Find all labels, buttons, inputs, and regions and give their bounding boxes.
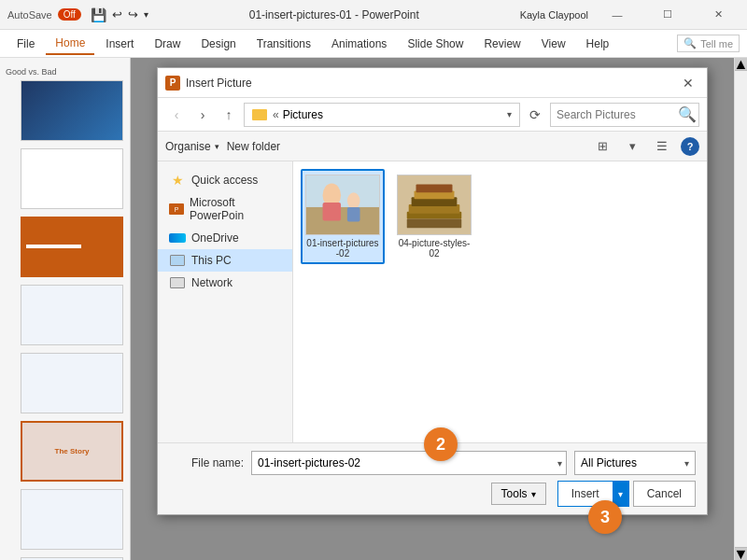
scrollbar-track[interactable]	[735, 71, 747, 547]
filename-dropdown-icon[interactable]: ▾	[554, 458, 566, 469]
content-area: P Insert Picture ✕ ‹ › ↑ « Pictures ▾	[131, 58, 734, 560]
new-folder-button[interactable]: New folder	[227, 140, 280, 153]
slide-thumb-5[interactable]: 5	[4, 351, 126, 415]
pc-icon	[169, 254, 186, 267]
nav-item-network[interactable]: Network	[158, 272, 292, 294]
svg-rect-12	[407, 219, 462, 229]
view-button[interactable]: ⊞	[591, 135, 613, 158]
dialog-toolbar: Organise ▾ New folder ⊞ ▾ ☰ ?	[158, 132, 707, 161]
slide-thumb-7[interactable]: 7	[4, 487, 126, 552]
dialog-icon: P	[165, 76, 180, 91]
tab-transitions[interactable]: Transitions	[247, 34, 320, 54]
left-nav: ★ Quick access P Microsoft PowerPoin	[158, 161, 293, 442]
window-title: 01-insert-pictures-01 - PowerPoint	[148, 8, 520, 21]
slide-thumb-8[interactable]: 8	[4, 555, 126, 560]
file-item-1[interactable]: 01-insert-pictures-02	[301, 169, 385, 264]
nav-item-onedrive[interactable]: OneDrive	[158, 227, 292, 249]
scrollbar-down-button[interactable]: ▼	[735, 547, 747, 560]
slide-2-bg	[21, 149, 122, 208]
section-label: Good vs. Bad	[6, 67, 126, 77]
svg-point-4	[347, 192, 360, 209]
redo-icon[interactable]: ↪	[128, 7, 138, 21]
main-area: Good vs. Bad 1 2 3 4	[0, 58, 747, 560]
slide-3-bg	[22, 218, 121, 275]
dialog-overlay: P Insert Picture ✕ ‹ › ↑ « Pictures ▾	[131, 58, 734, 560]
tab-draw[interactable]: Draw	[145, 34, 190, 54]
view-dropdown-button[interactable]: ▾	[621, 135, 643, 158]
maximize-button[interactable]: ☐	[646, 0, 689, 30]
tell-me-box[interactable]: 🔍 Tell me	[677, 35, 740, 52]
nav-item-this-pc[interactable]: This PC	[158, 249, 292, 272]
right-scrollbar[interactable]: ▲ ▼	[734, 58, 747, 560]
tab-view[interactable]: View	[532, 34, 575, 54]
svg-rect-1	[306, 207, 379, 234]
filename-input[interactable]	[252, 452, 554, 474]
file-area: 01-insert-pictures-02	[293, 161, 707, 442]
filetype-select[interactable]: All Pictures ▾	[574, 451, 696, 475]
forward-button[interactable]: ›	[191, 104, 214, 126]
tab-help[interactable]: Help	[577, 34, 619, 54]
tab-file[interactable]: File	[7, 34, 44, 54]
slide-6-text: The Story	[55, 447, 90, 455]
nav-item-ppt[interactable]: P Microsoft PowerPoin	[158, 191, 292, 227]
insert-label: Insert	[571, 487, 599, 500]
slide-thumb-4[interactable]: 4	[4, 283, 126, 347]
slide-thumb-inner-5	[21, 353, 123, 413]
nav-item-label-ppt: Microsoft PowerPoin	[190, 196, 281, 222]
undo-icon[interactable]: ↩	[112, 7, 122, 21]
organise-button[interactable]: Organise ▾	[165, 140, 219, 153]
slide-panel: Good vs. Bad 1 2 3 4	[0, 58, 131, 560]
save-icon[interactable]: 💾	[91, 7, 106, 22]
titlebar: AutoSave Off 💾 ↩ ↪ ▾ 01-insert-pictures-…	[0, 0, 747, 30]
window-close-button[interactable]: ✕	[697, 0, 740, 30]
ribbon: File Home Insert Draw Design Transitions…	[0, 30, 747, 58]
file-item-2[interactable]: 04-picture-styles-02	[392, 169, 476, 264]
slide-thumb-2[interactable]: 2	[4, 147, 126, 211]
cancel-button[interactable]: Cancel	[633, 481, 696, 507]
details-view-button[interactable]: ☰	[651, 135, 673, 158]
nav-path[interactable]: « Pictures ▾	[244, 103, 520, 127]
filename-input-wrapper[interactable]: ▾	[251, 451, 567, 475]
svg-rect-5	[347, 207, 360, 222]
tab-animations[interactable]: Animations	[322, 34, 396, 54]
slide-thumb-3[interactable]: 3	[4, 215, 126, 279]
ppt-icon: P	[169, 203, 184, 216]
dialog-close-button[interactable]: ✕	[677, 72, 699, 94]
search-box[interactable]: 🔍	[550, 103, 699, 127]
tab-slideshow[interactable]: Slide Show	[398, 34, 472, 54]
organise-label: Organise	[165, 140, 211, 153]
ppt-icon-shape: P	[169, 203, 184, 215]
help-button[interactable]: ?	[681, 137, 699, 156]
up-button[interactable]: ↑	[218, 104, 240, 126]
slide-thumb-1[interactable]: 1	[4, 78, 126, 143]
organise-dropdown-icon: ▾	[215, 142, 219, 151]
tools-button[interactable]: Tools ▾	[491, 483, 546, 505]
tab-design[interactable]: Design	[191, 34, 245, 54]
refresh-button[interactable]: ⟳	[524, 104, 546, 126]
slide-thumb-inner-2	[21, 148, 123, 209]
search-icon: 🔍	[678, 105, 697, 123]
back-button[interactable]: ‹	[165, 104, 188, 126]
tab-review[interactable]: Review	[474, 34, 529, 54]
tab-insert[interactable]: Insert	[96, 34, 143, 54]
nav-item-label-onedrive: OneDrive	[191, 231, 239, 245]
nav-dropdown-icon[interactable]: ▾	[507, 109, 512, 119]
nav-item-quick-access[interactable]: ★ Quick access	[158, 169, 292, 191]
autosave-toggle[interactable]: Off	[58, 8, 81, 21]
search-input[interactable]	[557, 108, 678, 121]
step-2-circle: 2	[424, 427, 458, 461]
mother-child-image	[306, 175, 379, 235]
onedrive-icon-shape	[169, 233, 186, 243]
slide-thumb-6[interactable]: 6 The Story	[4, 419, 126, 483]
step-2-label: 2	[436, 435, 445, 455]
action-row: Tools ▾ Insert ▾ Cancel	[169, 481, 696, 507]
scrollbar-up-button[interactable]: ▲	[735, 58, 747, 71]
nav-item-label-network: Network	[191, 276, 233, 289]
tools-dropdown-icon: ▾	[531, 489, 536, 499]
dialog-nav-bar: ‹ › ↑ « Pictures ▾ ⟳ 🔍	[158, 98, 707, 132]
tab-home[interactable]: Home	[46, 33, 94, 55]
filetype-dropdown-icon: ▾	[684, 458, 689, 469]
nav-path-folder: Pictures	[283, 108, 323, 121]
minimize-button[interactable]: —	[596, 0, 639, 30]
star-icon: ★	[172, 173, 184, 188]
